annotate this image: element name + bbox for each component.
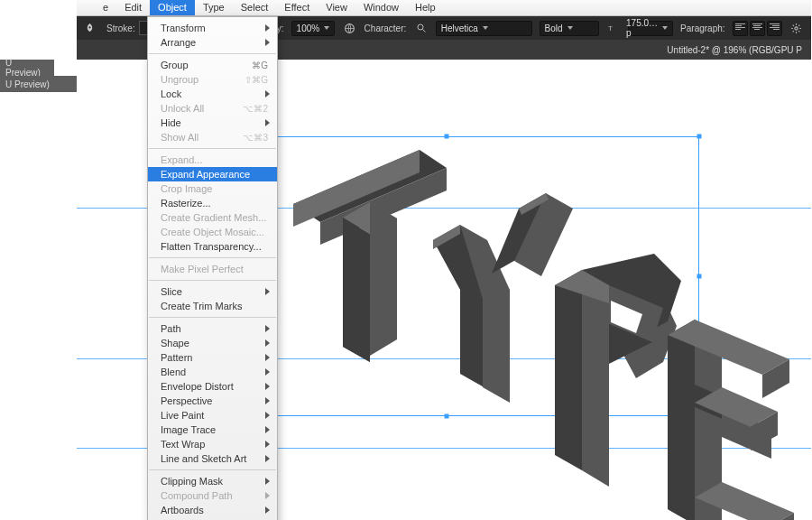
- menu-item-label: Show All: [161, 132, 198, 143]
- font-size-field[interactable]: 175.0… p: [628, 21, 673, 36]
- menu-item-live-paint[interactable]: Live Paint: [148, 408, 277, 422]
- menu-item-crop-image: Crop Image: [148, 181, 277, 196]
- menu-item-label: Clipping Mask: [161, 476, 223, 487]
- search-icon[interactable]: [413, 21, 428, 36]
- globe-icon[interactable]: [342, 21, 356, 36]
- options-gear-icon[interactable]: [789, 21, 804, 36]
- character-label: Character:: [364, 23, 407, 33]
- menu-item-pattern[interactable]: Pattern: [148, 350, 277, 365]
- menubar-item-effect[interactable]: Effect: [276, 0, 318, 15]
- svg-marker-19: [555, 270, 582, 470]
- menu-item-label: Blend: [161, 367, 186, 377]
- object-menu: TransformArrangeGroup⌘GUngroup⇧⌘GLockUnl…: [147, 16, 278, 520]
- menu-item-label: Slice: [161, 286, 182, 297]
- menu-item-label: Pattern: [161, 352, 192, 363]
- app-window: eEditObjectTypeSelectEffectViewWindowHel…: [77, 0, 811, 520]
- align-right-button[interactable]: [767, 21, 782, 36]
- menu-item-label: Make Pixel Perfect: [161, 264, 244, 274]
- menubar-item-window[interactable]: Window: [355, 0, 407, 15]
- menu-item-label: Unlock All: [161, 103, 204, 114]
- document-tab-left-edge[interactable]: U Preview): [0, 76, 77, 92]
- menu-item-create-object-mosaic: Create Object Mosaic...: [148, 225, 277, 239]
- menu-separator: [149, 469, 276, 470]
- menu-item-show-all: Show All⌥⌘3: [148, 130, 277, 144]
- menu-item-slice[interactable]: Slice: [148, 284, 277, 299]
- menu-item-label: Image Trace: [161, 424, 216, 435]
- font-family-field[interactable]: Helvetica: [436, 21, 532, 36]
- menu-item-shape[interactable]: Shape: [148, 336, 277, 350]
- menu-item-clipping-mask[interactable]: Clipping Mask: [148, 474, 277, 488]
- menu-separator: [149, 148, 276, 149]
- menu-item-label: Flatten Transparency...: [161, 241, 262, 252]
- menu-item-arrange[interactable]: Arrange: [148, 35, 277, 50]
- svg-point-1: [418, 24, 423, 30]
- menu-item-unlock-all: Unlock All⌥⌘2: [148, 101, 277, 116]
- document-tab-left[interactable]: U Preview): [0, 60, 54, 76]
- menu-item-label: Crop Image: [161, 183, 212, 194]
- selection-anchor[interactable]: [445, 135, 449, 139]
- menu-item-label: Compound Path: [161, 490, 233, 501]
- menu-item-lock[interactable]: Lock: [148, 87, 277, 101]
- menu-item-shortcut: ⌥⌘3: [234, 133, 268, 143]
- menu-item-create-trim-marks[interactable]: Create Trim Marks: [148, 299, 277, 313]
- menubar-item-type[interactable]: Type: [195, 0, 233, 15]
- menu-item-text-wrap[interactable]: Text Wrap: [148, 437, 277, 451]
- menu-item-label: Shape: [161, 338, 189, 348]
- opacity-field[interactable]: 100%: [291, 21, 336, 36]
- menu-item-expand-appearance[interactable]: Expand Appearance: [148, 167, 277, 181]
- menu-item-hide[interactable]: Hide: [148, 116, 277, 130]
- menu-item-label: Artboards: [161, 505, 204, 515]
- menu-item-label: Hide: [161, 117, 181, 128]
- menu-item-transform[interactable]: Transform: [148, 21, 277, 35]
- app-icon: [84, 23, 96, 34]
- svg-marker-20: [582, 270, 609, 487]
- menubar: eEditObjectTypeSelectEffectViewWindowHel…: [77, 0, 811, 16]
- menu-item-shortcut: ⌘G: [243, 60, 268, 70]
- menu-item-label: Envelope Distort: [161, 381, 234, 392]
- menubar-item-object[interactable]: Object: [150, 0, 195, 15]
- menubar-item-view[interactable]: View: [318, 0, 355, 15]
- menu-item-label: Perspective: [161, 395, 212, 406]
- artwork-3d-type[interactable]: [239, 150, 798, 520]
- menu-item-ungroup: Ungroup⇧⌘G: [148, 72, 277, 87]
- menu-item-compound-path: Compound Path: [148, 488, 277, 503]
- stroke-label: Stroke:: [106, 23, 135, 33]
- menubar-item-edit[interactable]: Edit: [116, 0, 150, 15]
- menu-separator: [149, 257, 276, 258]
- font-weight-field[interactable]: Bold: [540, 21, 599, 36]
- menu-item-path[interactable]: Path: [148, 321, 277, 336]
- svg-marker-12: [370, 202, 397, 356]
- menu-item-line-and-sketch-art[interactable]: Line and Sketch Art: [148, 451, 277, 466]
- svg-text:T: T: [608, 24, 613, 32]
- svg-marker-27: [668, 320, 695, 520]
- menubar-item-select[interactable]: Select: [233, 0, 277, 15]
- menu-item-blend[interactable]: Blend: [148, 365, 277, 379]
- svg-point-4: [795, 26, 798, 29]
- menu-item-shortcut: ⇧⌘G: [235, 75, 268, 85]
- menu-item-label: Group: [161, 60, 189, 70]
- menu-item-group[interactable]: Group⌘G: [148, 58, 277, 72]
- document-tab[interactable]: Untitled-2* @ 196% (RGB/GPU P: [658, 45, 811, 55]
- menu-separator: [149, 280, 276, 281]
- menu-item-label: Create Object Mosaic...: [161, 227, 264, 237]
- menu-item-label: Lock: [161, 88, 181, 99]
- menu-item-flatten-transparency[interactable]: Flatten Transparency...: [148, 239, 277, 254]
- menu-item-perspective[interactable]: Perspective: [148, 394, 277, 408]
- align-left-button[interactable]: [733, 21, 748, 36]
- menubar-item-e[interactable]: e: [95, 0, 116, 15]
- menubar-item-help[interactable]: Help: [407, 0, 444, 15]
- menu-separator: [149, 317, 276, 318]
- menu-item-label: Line and Sketch Art: [161, 453, 246, 464]
- menu-item-label: Create Trim Marks: [161, 301, 242, 311]
- paragraph-label: Paragraph:: [680, 23, 724, 33]
- menu-separator: [149, 53, 276, 54]
- menu-item-artboards[interactable]: Artboards: [148, 503, 277, 517]
- menu-item-label: Rasterize...: [161, 198, 211, 209]
- selection-anchor[interactable]: [697, 135, 702, 139]
- menu-item-image-trace[interactable]: Image Trace: [148, 422, 277, 437]
- align-center-button[interactable]: [750, 21, 765, 36]
- menu-item-label: Path: [161, 323, 181, 334]
- menu-item-envelope-distort[interactable]: Envelope Distort: [148, 379, 277, 394]
- menu-item-rasterize[interactable]: Rasterize...: [148, 196, 277, 210]
- menu-item-label: Expand...: [161, 154, 202, 165]
